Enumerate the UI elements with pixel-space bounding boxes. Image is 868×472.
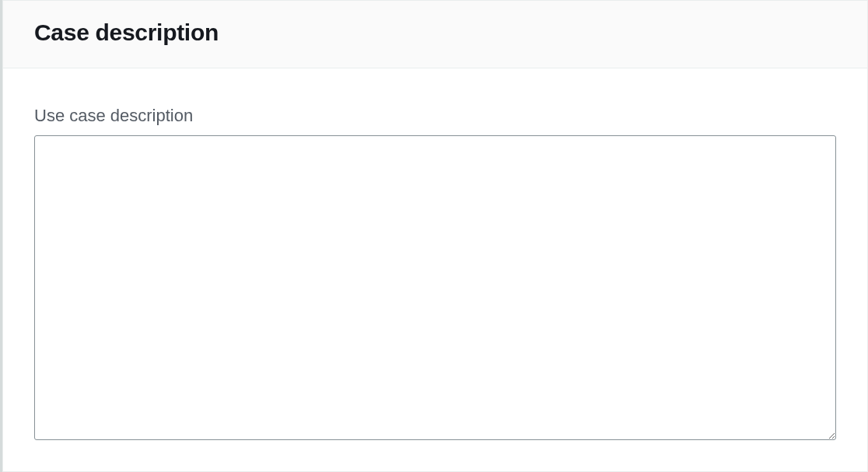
panel-title: Case description <box>34 19 836 46</box>
use-case-label: Use case description <box>34 106 836 126</box>
panel-body: Use case description <box>3 68 867 459</box>
page-container: Case description Use case description <box>0 0 868 472</box>
case-description-panel: Case description Use case description <box>2 0 868 472</box>
use-case-textarea[interactable] <box>34 135 836 440</box>
panel-header: Case description <box>3 1 867 68</box>
